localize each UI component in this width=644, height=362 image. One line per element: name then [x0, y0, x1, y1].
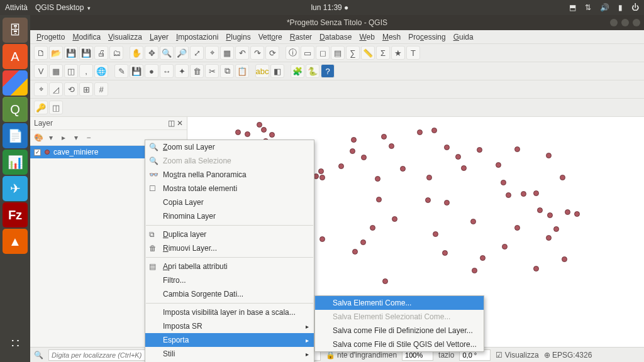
map-point[interactable] [461, 165, 467, 171]
map-point[interactable] [574, 211, 580, 217]
menu-processing[interactable]: Processing [408, 33, 445, 41]
identify-icon[interactable]: ⓘ [286, 46, 299, 60]
grid-icon[interactable]: # [94, 82, 108, 96]
writer-icon[interactable]: 📄 [3, 123, 28, 148]
map-point[interactable] [433, 231, 438, 237]
zoom-layer-icon[interactable]: ▦ [220, 46, 234, 60]
ctx-duplicate[interactable]: ⧉Duplica layer [145, 228, 314, 241]
field-calc-icon[interactable]: ∑ [346, 46, 360, 60]
map-point[interactable] [547, 212, 553, 218]
diagram-icon[interactable]: ◧ [270, 64, 284, 78]
menu-vettore[interactable]: Vettore [258, 33, 282, 41]
map-point[interactable] [426, 175, 432, 180]
chrome-icon[interactable] [3, 70, 28, 96]
map-point[interactable] [514, 225, 520, 231]
label-icon[interactable]: abc [255, 64, 269, 78]
app-indicator[interactable]: QGIS Desktop ▾ [35, 3, 91, 12]
deselect-icon[interactable]: ◻ [316, 46, 330, 60]
copy-icon[interactable]: ⧉ [220, 64, 234, 78]
map-point[interactable] [319, 236, 325, 242]
map-point[interactable] [444, 200, 450, 206]
trace-icon[interactable]: ⟲ [64, 82, 78, 96]
zoom-next-icon[interactable]: ↷ [250, 46, 264, 60]
map-point[interactable] [235, 129, 241, 135]
render-checkbox[interactable]: ☑ Visualizza [496, 351, 538, 359]
menu-visualizza[interactable]: Visualizza [108, 33, 142, 41]
topo-icon[interactable]: ⊞ [79, 82, 93, 96]
ctx-remove[interactable]: 🗑Rimuovi Layer... [145, 241, 314, 255]
map-point[interactable] [546, 235, 552, 241]
map-point[interactable] [261, 127, 267, 133]
sub-save-as[interactable]: Salva Elementi Come... [315, 296, 484, 310]
minimize-icon[interactable] [610, 19, 618, 26]
map-point[interactable] [537, 207, 543, 213]
saveas-icon[interactable]: 💾 [79, 46, 93, 60]
delete-feature-icon[interactable]: 🗑 [190, 64, 204, 78]
map-point[interactable] [431, 128, 437, 133]
map-point[interactable] [502, 244, 508, 250]
menu-raster[interactable]: Raster [290, 33, 312, 41]
map-point[interactable] [521, 191, 526, 197]
ctx-count[interactable]: ☐Mostra totale elementi [145, 182, 314, 195]
map-point[interactable] [360, 239, 366, 245]
map-point[interactable] [257, 122, 262, 128]
text-annot-icon[interactable]: T [406, 46, 420, 60]
remove-layer-icon[interactable]: − [83, 132, 94, 143]
map-point[interactable] [338, 163, 344, 169]
open-project-icon[interactable]: 📂 [49, 46, 63, 60]
layer-visibility-checkbox[interactable]: ✓ [34, 149, 41, 156]
map-point[interactable] [553, 226, 559, 232]
map-point[interactable] [442, 250, 448, 256]
map-point[interactable] [562, 256, 567, 262]
map-point[interactable] [425, 197, 431, 203]
map-point[interactable] [477, 147, 482, 153]
menu-web[interactable]: Web [359, 33, 374, 41]
ctx-panoramica[interactable]: 👓Mostra nella Panoramica [145, 168, 314, 182]
move-feature-icon[interactable]: ↔ [160, 64, 174, 78]
files-icon[interactable]: 🗄 [3, 18, 28, 43]
map-point[interactable] [514, 146, 520, 152]
activities-button[interactable]: Attività [5, 3, 28, 12]
ctx-copy[interactable]: Copia Layer [145, 195, 314, 209]
calc-icon[interactable]: 📊 [3, 150, 28, 175]
layout-mgr-icon[interactable]: 🗂 [109, 46, 123, 60]
map-point[interactable] [533, 266, 539, 272]
add-wms-icon[interactable]: 🌐 [94, 64, 108, 78]
map-point[interactable] [506, 192, 511, 198]
battery-icon[interactable]: ▮ [618, 3, 623, 12]
telegram-icon[interactable]: ✈ [3, 176, 28, 201]
map-point[interactable] [375, 176, 380, 182]
sub-save-qml[interactable]: Salva come File di Stile QGIS del Vettor… [315, 337, 484, 351]
ctx-filter[interactable]: Filtro... [145, 273, 314, 287]
map-point[interactable] [370, 225, 375, 231]
paste-icon[interactable]: 📋 [235, 64, 249, 78]
grass-icon[interactable]: ◫ [49, 101, 63, 114]
add-vector-icon[interactable]: V [34, 64, 48, 78]
zoom-in-icon[interactable]: 🔍 [160, 46, 174, 60]
network-icon[interactable]: ⇅ [585, 3, 591, 12]
add-mesh-icon[interactable]: ◫ [64, 64, 78, 78]
crs-button[interactable]: ⊕ EPSG:4326 [544, 351, 592, 359]
ctx-rename[interactable]: Rinomina Layer [145, 209, 314, 223]
browse-icon[interactable]: 🔑 [34, 101, 48, 114]
expand-icon[interactable]: ▸ [58, 132, 69, 143]
map-point[interactable] [350, 148, 355, 154]
map-point[interactable] [546, 153, 552, 158]
vlc-icon[interactable]: ▲ [3, 229, 28, 254]
map-point[interactable] [417, 129, 423, 135]
stats-icon[interactable]: Σ [376, 46, 390, 60]
ctx-visibility[interactable]: Imposta visibilità layer in base a scala… [145, 305, 314, 319]
filezilla-icon[interactable]: Fz [3, 202, 28, 228]
map-point[interactable] [361, 155, 367, 160]
ctx-zoom-layer[interactable]: 🔍Zoom sul Layer [145, 140, 314, 154]
menu-progetto[interactable]: Progetto [36, 33, 65, 41]
show-apps-icon[interactable]: ∷ [3, 331, 28, 356]
menu-plugins[interactable]: Plugins [226, 33, 250, 41]
refresh-icon[interactable]: ⟳ [265, 46, 279, 60]
map-point[interactable] [389, 143, 394, 149]
add-feature-icon[interactable]: ● [145, 64, 158, 78]
select-icon[interactable]: ▭ [301, 46, 314, 60]
dropbox-icon[interactable]: ⬒ [569, 3, 576, 12]
menu-mesh[interactable]: Mesh [382, 33, 401, 41]
menu-modifica[interactable]: Modifica [72, 33, 101, 41]
